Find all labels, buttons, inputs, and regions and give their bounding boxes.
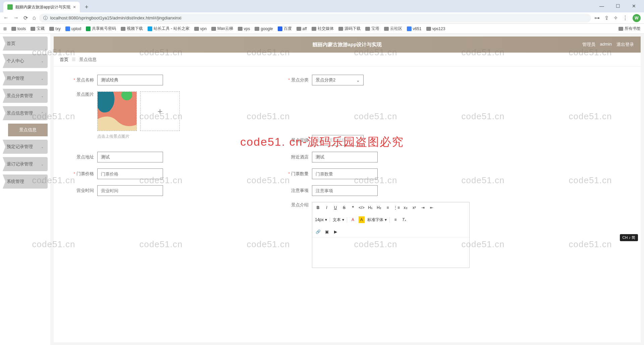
browser-tab[interactable]: 靓丽内蒙古旅游app设计与实现 × [3,2,80,12]
subscript-icon[interactable]: x₂ [402,204,409,211]
new-tab-button[interactable]: + [82,2,91,12]
bookmark-item[interactable]: 百度 [278,26,292,31]
text-color-icon[interactable]: A [350,216,356,223]
minimize-icon[interactable]: — [594,1,609,11]
logout-link[interactable]: 退出登录 [616,42,634,48]
input-price[interactable] [97,168,163,179]
sidebar-item-spot-info[interactable]: 景点信息管理⌃ [3,106,48,120]
sidebar-item-profile[interactable]: 个人中心⌄ [3,54,48,68]
bookmark-item[interactable]: 源码下载 [338,26,361,31]
bookmark-item[interactable]: 视频下载 [121,26,143,31]
quote-icon[interactable]: ❝ [350,204,356,211]
select-star[interactable]: 请选择景点星级 ⌄ [312,135,364,146]
bookmark-item[interactable]: vps123 [426,26,445,31]
font-size-select[interactable]: 14px ▾ [315,217,330,222]
bookmark-item[interactable]: 站长工具 - 站长之家 [148,26,190,31]
input-name[interactable] [97,75,163,85]
browser-tabs-bar: 靓丽内蒙古旅游app设计与实现 × + — ☐ ✕ [0,0,644,12]
sidebar-item-cancel[interactable]: 退订记录管理⌄ [3,157,48,171]
sidebar-item-users[interactable]: 用户管理⌄ [3,71,48,85]
link-icon[interactable]: 🔗 [315,228,321,235]
forward-icon[interactable]: → [13,15,19,21]
h1-icon[interactable]: H₁ [367,204,373,211]
underline-icon[interactable]: U [332,204,338,211]
sidebar-item-home[interactable]: 首页 [3,37,48,51]
label-hotel: 附近酒店 [282,154,309,160]
home-icon[interactable]: ⌂ [33,15,36,21]
align-icon[interactable]: ≡ [392,216,398,223]
image-preview[interactable]: ✓ [97,91,137,131]
input-notice[interactable] [312,185,378,196]
breadcrumb: 首页 ☰ 景点信息 [54,53,641,67]
h2-icon[interactable]: H₂ [376,204,382,211]
editor-toolbar: B I U S ❝ </> H₁ H₂ ≡ ⋮≡ x₂ x² ⇥ [312,202,469,237]
bookmark-item[interactable]: 共享账号密码 [86,26,116,31]
bookmark-all[interactable]: 所有书签 [619,26,641,31]
bookmark-item[interactable]: 宝塔 [365,26,379,31]
bookmark-item[interactable]: v651 [407,26,422,31]
chevron-down-icon: ⌄ [356,138,360,143]
select-category[interactable]: 景点分类2 ⌄ [312,75,364,85]
chevron-down-icon: ⌄ [41,77,44,80]
input-hours[interactable] [97,185,163,196]
bookmark-item[interactable]: tools [11,26,26,31]
bookmark-item[interactable]: uplod [65,26,81,31]
close-icon[interactable]: ✕ [627,1,641,11]
code-icon[interactable]: </> [359,204,365,211]
label-address: 景点地址 [67,154,94,160]
site-info-icon[interactable]: ⓘ [43,15,48,21]
bg-color-icon[interactable]: A [359,216,365,223]
sidebar-sub-spot-info[interactable]: 景点信息 [8,124,48,136]
breadcrumb-home[interactable]: 首页 [60,57,68,63]
extensions-icon[interactable]: ✧ [613,15,618,21]
tab-close-icon[interactable]: × [73,4,76,10]
bold-icon[interactable]: B [315,204,321,211]
bookmark-item[interactable]: 社交媒体 [312,26,334,31]
image-icon[interactable]: ▣ [324,228,330,235]
bookmark-item[interactable]: google [255,26,273,31]
back-icon[interactable]: ← [3,15,9,21]
strike-icon[interactable]: S [341,204,347,211]
block-select[interactable]: 文本 ▾ [333,217,347,223]
superscript-icon[interactable]: x² [411,204,417,211]
list-ordered-icon[interactable]: ≡ [385,204,391,211]
font-family-select[interactable]: 标准字体 ▾ [367,217,390,223]
input-hotel[interactable] [312,152,378,162]
bookmark-item[interactable]: Max云梯 [211,26,233,31]
clear-format-icon[interactable]: Tₓ [401,216,407,223]
chevron-down-icon: ⌄ [356,78,360,83]
upload-hint: 点击上传景点图片 [97,134,180,139]
plus-icon: + [157,106,162,117]
window-controls: — ☐ ✕ [594,1,644,12]
key-icon[interactable]: ⊶ [594,15,600,21]
url-input[interactable]: ⓘ localhost:8080/springboot1ya15/admin/d… [39,14,591,22]
bookmark-item[interactable]: 云社区 [384,26,402,31]
sidebar-item-category[interactable]: 景点分类管理⌄ [3,89,48,103]
bookmark-item[interactable]: txy [49,26,60,31]
sidebar-item-system[interactable]: 系统管理⌄ [3,175,48,189]
reload-icon[interactable]: ⟳ [23,15,28,21]
indent-icon[interactable]: ⇥ [420,204,426,211]
editor-content[interactable] [312,237,469,268]
chevron-down-icon: ⌄ [41,180,44,184]
video-icon[interactable]: ▶ [332,228,338,235]
upload-add-button[interactable]: + [140,91,180,131]
ime-badge: CH ♪ 简 [620,234,638,241]
sidebar-item-booking[interactable]: 预定记录管理⌄ [3,140,48,154]
italic-icon[interactable]: I [324,204,330,211]
outdent-icon[interactable]: ⇤ [429,204,435,211]
share-icon[interactable]: ⇪ [604,15,609,21]
bookmark-item[interactable]: 宝藏 [31,26,45,31]
label-qty: 门票数量 [282,171,309,177]
input-address[interactable] [97,152,163,162]
input-qty[interactable] [312,168,378,179]
profile-avatar[interactable]: W [633,14,641,22]
bookmark-item[interactable]: aff [297,26,307,31]
list-bullet-icon[interactable]: ⋮≡ [393,204,400,211]
bookmark-item[interactable]: vps [238,26,250,31]
menu-icon[interactable]: ⋮ [623,15,628,21]
maximize-icon[interactable]: ☐ [610,1,625,11]
apps-icon[interactable]: ⊞ [3,26,7,31]
rich-text-editor: B I U S ❝ </> H₁ H₂ ≡ ⋮≡ x₂ x² ⇥ [312,202,470,268]
bookmark-item[interactable]: vpn [194,26,207,31]
